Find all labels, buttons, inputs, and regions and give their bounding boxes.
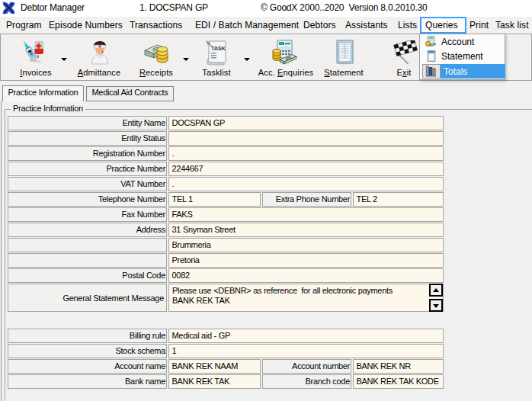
svg-text:TASK: TASK [211,45,226,52]
